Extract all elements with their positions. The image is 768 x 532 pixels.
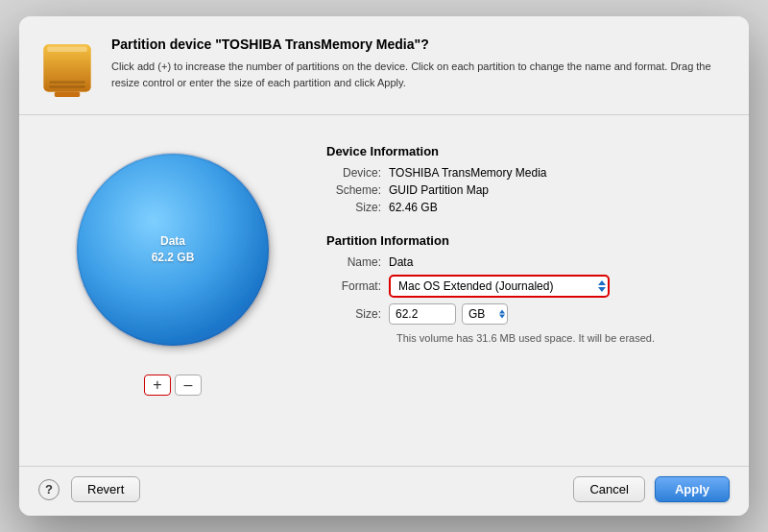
drive-icon [38,37,96,99]
format-select[interactable]: Mac OS Extended (Journaled) Mac OS Exten… [389,275,610,298]
device-row: Device: TOSHIBA TransMemory Media [326,166,726,180]
dialog-title: Partition device "TOSHIBA TransMemory Me… [111,36,726,53]
partition-name-label: Name: [326,255,389,269]
volume-info: This volume has 31.6 MB used space. It w… [396,332,726,344]
device-value: TOSHIBA TransMemory Media [389,166,547,180]
partition-size-label: Size: [326,307,389,321]
remove-partition-button[interactable]: – [175,375,202,396]
size-unit-select[interactable]: GB MB TB [462,303,508,325]
partition-size-input[interactable] [389,303,456,325]
dialog-footer: ? Revert Cancel Apply [19,466,749,516]
svg-rect-2 [47,46,86,52]
partition-name-value: Data [389,255,413,269]
device-info-title: Device Information [326,144,726,158]
cancel-button[interactable]: Cancel [573,476,644,502]
partition-info-title: Partition Information [326,233,726,248]
help-button[interactable]: ? [38,479,60,500]
format-row: Format: Mac OS Extended (Journaled) Mac … [326,275,726,298]
svg-rect-5 [55,91,80,97]
partition-controls: + – [144,375,202,396]
header-text: Partition device "TOSHIBA TransMemory Me… [111,36,726,90]
partition-dialog: Partition device "TOSHIBA TransMemory Me… [19,16,749,516]
device-info-section: Device Information Device: TOSHIBA Trans… [326,144,726,218]
partition-size-row: Size: GB MB TB [326,303,726,325]
add-partition-button[interactable]: + [144,375,171,396]
format-select-wrapper: Mac OS Extended (Journaled) Mac OS Exten… [389,275,610,298]
svg-rect-4 [49,85,85,88]
scheme-row: Scheme: GUID Partition Map [326,183,726,197]
size-unit-wrapper: GB MB TB [462,303,508,325]
pie-chart-svg [67,144,278,355]
svg-rect-3 [49,81,85,84]
partition-info-section: Partition Information Name: Data Format:… [326,233,726,344]
dialog-body: Data 62.2 GB + – Device Information Devi… [19,115,749,466]
scheme-value: GUID Partition Map [389,183,489,197]
device-size-label: Size: [326,201,389,214]
device-size-value: 62.46 GB [389,201,438,214]
partition-visual: Data 62.2 GB + – [38,134,307,450]
format-label: Format: [326,279,389,293]
footer-left: ? Revert [38,476,140,502]
partition-name-row: Name: Data [326,255,726,269]
pie-chart: Data 62.2 GB [67,144,278,355]
dialog-description: Click add (+) to increase the number of … [111,59,726,90]
footer-right: Cancel Apply [573,476,730,502]
device-label: Device: [326,166,389,180]
size-row: Size: 62.46 GB [326,201,726,214]
scheme-label: Scheme: [326,183,389,197]
apply-button[interactable]: Apply [655,476,730,502]
dialog-header: Partition device "TOSHIBA TransMemory Me… [19,16,749,115]
info-panel: Device Information Device: TOSHIBA Trans… [326,134,726,450]
revert-button[interactable]: Revert [71,476,140,502]
